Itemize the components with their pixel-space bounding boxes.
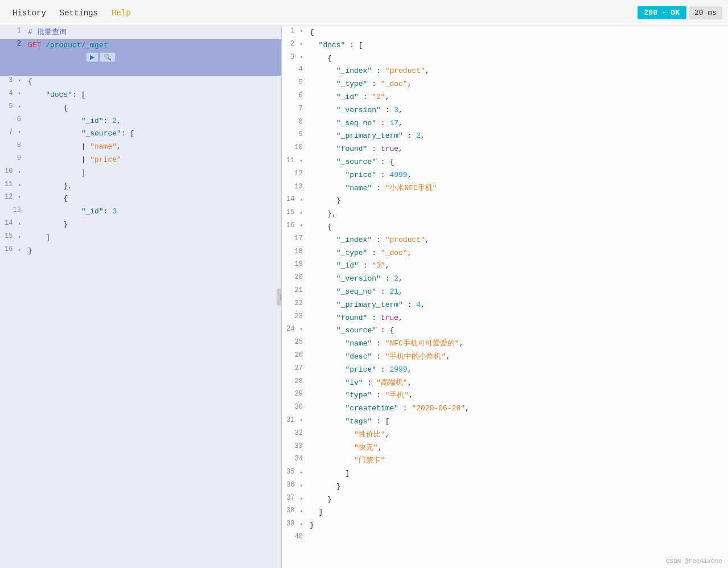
right-line-11: 11 ▾ "_source" : { — [282, 156, 728, 169]
panel-divider[interactable]: ‖ — [277, 289, 282, 306]
right-linecontent-39: } — [307, 519, 728, 532]
right-linenum-15: 15 ▴ — [282, 208, 307, 221]
right-linenum-6: 6 — [282, 91, 307, 104]
right-linenum-7: 7 — [282, 104, 307, 117]
right-linecontent-26: "desc" : "手机中的小炸机", — [307, 351, 728, 364]
menu-history[interactable]: History — [6, 5, 53, 21]
right-linecontent-9: "_primary_term" : 2, — [307, 130, 728, 143]
right-line-40: 40 — [282, 532, 728, 545]
right-line-10: 10 "found" : true, — [282, 143, 728, 156]
left-line-6: 6 "_id": 2, — [0, 115, 281, 128]
left-linecontent-6: "_id": 2, — [26, 115, 281, 128]
right-linecontent-24: "_source" : { — [307, 324, 728, 337]
left-line-14: 14 ▴ } — [0, 219, 281, 232]
status-time-badge: 20 ms — [689, 6, 722, 19]
right-code-area[interactable]: 1 ▾ { 2 ▾ "docs" : [ 3 ▾ { 4 "_index" : … — [282, 26, 728, 568]
left-linenum-2: 2 — [0, 39, 26, 76]
right-line-5: 5 "_type" : "_doc", — [282, 78, 728, 91]
left-line-5: 5 ▾ { — [0, 102, 281, 115]
left-line-8: 8 | "name", — [0, 141, 281, 154]
left-line-7: 7 ▾ "_source": [ — [0, 127, 281, 141]
right-line-16: 16 ▾ { — [282, 221, 728, 234]
right-linecontent-7: "_version" : 3, — [307, 104, 728, 117]
left-linenum-7: 7 ▾ — [0, 127, 26, 141]
left-linecontent-14: } — [26, 219, 281, 232]
right-line-14: 14 ▴ } — [282, 195, 728, 208]
right-line-7: 7 "_version" : 3, — [282, 104, 728, 117]
left-linenum-8: 8 — [0, 141, 26, 154]
right-line-1: 1 ▾ { — [282, 26, 728, 39]
right-line-9: 9 "_primary_term" : 2, — [282, 130, 728, 143]
left-linenum-12: 12 ▾ — [0, 192, 26, 205]
right-linecontent-23: "found" : true, — [307, 312, 728, 325]
right-linenum-21: 21 — [282, 286, 307, 299]
right-linecontent-21: "_seq_no" : 21, — [307, 286, 728, 299]
right-linecontent-11: "_source" : { — [307, 156, 728, 169]
right-linenum-27: 27 — [282, 364, 307, 377]
right-line-12: 12 "price" : 4999, — [282, 169, 728, 182]
search-button[interactable]: 🔍 — [100, 52, 116, 62]
left-code-lines: 1 # 批量查询 2 GET /product/_mget ▶ 🔍 3 ▾ — [0, 26, 281, 257]
right-linenum-14: 14 ▴ — [282, 195, 307, 208]
right-linecontent-17: "_index" : "product", — [307, 234, 728, 247]
right-linenum-24: 24 ▾ — [282, 324, 307, 337]
left-linenum-4: 4 ▾ — [0, 89, 26, 102]
left-linecontent-15: ] — [26, 232, 281, 245]
right-linecontent-33: "快充", — [307, 442, 728, 455]
right-linecontent-14: } — [307, 195, 728, 208]
right-line-36: 36 ▴ } — [282, 480, 728, 493]
right-linecontent-40 — [307, 532, 728, 545]
right-line-8: 8 "_seq_no" : 17, — [282, 117, 728, 130]
right-line-30: 30 "createtime" : "2020-06-20", — [282, 402, 728, 415]
status-ok-badge: 200 - OK — [637, 6, 686, 19]
right-linenum-40: 40 — [282, 532, 307, 545]
right-linecontent-25: "name" : "NFC手机可可爱爱的", — [307, 337, 728, 351]
left-linecontent-3: { — [26, 76, 281, 89]
right-linecontent-37: } — [307, 493, 728, 507]
right-line-4: 4 "_index" : "product", — [282, 65, 728, 78]
menu-settings[interactable]: Settings — [53, 5, 105, 21]
right-linenum-19: 19 — [282, 260, 307, 273]
right-line-28: 28 "lv" : "高端机", — [282, 377, 728, 390]
left-linenum-3: 3 ▾ — [0, 76, 26, 89]
right-line-33: 33 "快充", — [282, 442, 728, 455]
run-button[interactable]: ▶ — [86, 52, 98, 62]
right-linenum-32: 32 — [282, 429, 307, 442]
left-linenum-11: 11 ▴ — [0, 180, 26, 193]
right-line-20: 20 "_version" : 2, — [282, 273, 728, 286]
right-linecontent-30: "createtime" : "2020-06-20", — [307, 402, 728, 415]
right-linenum-34: 34 — [282, 454, 307, 467]
right-line-26: 26 "desc" : "手机中的小炸机", — [282, 351, 728, 364]
right-line-39: 39 ▴ } — [282, 519, 728, 532]
left-line-2: 2 GET /product/_mget ▶ 🔍 — [0, 39, 281, 76]
left-linenum-1: 1 — [0, 26, 26, 39]
right-linecontent-20: "_version" : 2, — [307, 273, 728, 286]
left-linecontent-5: { — [26, 102, 281, 115]
right-linenum-17: 17 — [282, 234, 307, 247]
right-linecontent-34: "门禁卡" — [307, 454, 728, 467]
left-code-area[interactable]: 1 # 批量查询 2 GET /product/_mget ▶ 🔍 3 ▾ — [0, 26, 281, 568]
watermark: CSDN @FeenixOne — [666, 558, 722, 565]
right-linenum-28: 28 — [282, 377, 307, 390]
right-line-32: 32 "性价比", — [282, 429, 728, 442]
right-line-24: 24 ▾ "_source" : { — [282, 324, 728, 337]
menu-help[interactable]: Help — [105, 5, 138, 21]
left-linenum-6: 6 — [0, 115, 26, 128]
right-linecontent-6: "_id" : "2", — [307, 91, 728, 104]
right-line-23: 23 "found" : true, — [282, 312, 728, 325]
left-linecontent-1: # 批量查询 — [26, 26, 281, 39]
left-linenum-10: 10 ▴ — [0, 167, 26, 180]
right-linecontent-2: "docs" : [ — [307, 39, 728, 52]
right-linecontent-10: "found" : true, — [307, 143, 728, 156]
right-linenum-37: 37 ▴ — [282, 493, 307, 507]
right-linecontent-18: "_type" : "_doc", — [307, 247, 728, 260]
right-linenum-18: 18 — [282, 247, 307, 260]
right-linenum-23: 23 — [282, 312, 307, 325]
right-linenum-22: 22 — [282, 299, 307, 312]
right-linenum-26: 26 — [282, 351, 307, 364]
left-linecontent-2: GET /product/_mget ▶ 🔍 — [26, 39, 281, 76]
right-linenum-12: 12 — [282, 169, 307, 182]
right-linecontent-5: "_type" : "_doc", — [307, 78, 728, 91]
left-linecontent-8: | "name", — [26, 141, 281, 154]
right-linenum-9: 9 — [282, 130, 307, 143]
